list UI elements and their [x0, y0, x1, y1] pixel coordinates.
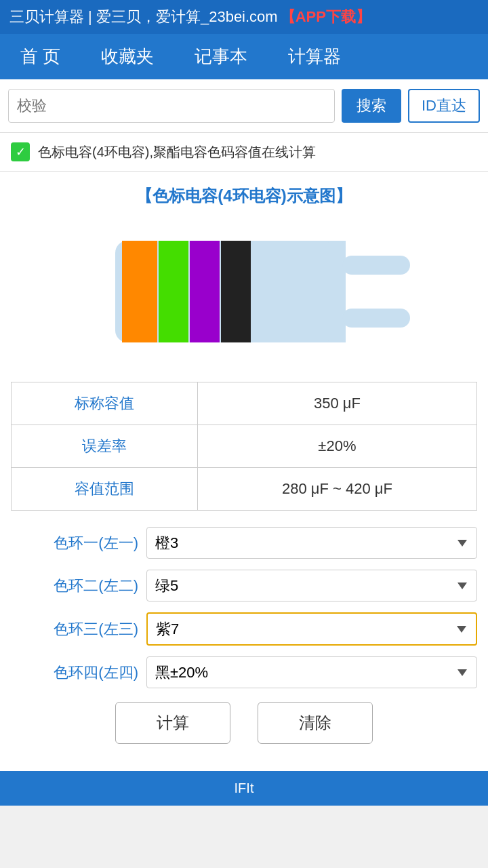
table-row: 标称容值350 μF	[12, 382, 477, 425]
checkbox-row: ✓ 色标电容(4环电容),聚酯电容色码容值在线计算	[0, 133, 488, 172]
nav-item-calculator[interactable]: 计算器	[268, 34, 361, 79]
svg-rect-7	[325, 241, 346, 342]
table-row: 容值范围280 μF ~ 420 μF	[12, 468, 477, 511]
selector-label-3: 色环四(左四)	[11, 663, 146, 683]
calculate-button[interactable]: 计算	[115, 702, 230, 744]
search-bar: 搜索 ID直达	[0, 79, 488, 133]
svg-rect-2	[122, 241, 136, 342]
selector-row-3: 色环四(左四)黑±20%棕±1%红±2%橙±3%黄±4%绿±5%蓝±0.25%紫…	[11, 656, 477, 688]
search-button[interactable]: 搜索	[342, 89, 401, 123]
table-cell-value: 280 μF ~ 420 μF	[197, 468, 476, 511]
svg-rect-8	[342, 256, 410, 275]
id-direct-button[interactable]: ID直达	[408, 89, 480, 123]
header-text: 三贝计算器 | 爱三贝，爱计算_23bei.com	[9, 7, 278, 27]
footer: IFIt	[0, 771, 488, 806]
selector-select-3[interactable]: 黑±20%棕±1%红±2%橙±3%黄±4%绿±5%蓝±0.25%紫±0.1%灰+…	[146, 656, 477, 688]
table-row: 误差率±20%	[12, 425, 477, 468]
nav-item-home[interactable]: 首 页	[0, 34, 81, 79]
svg-rect-5	[221, 241, 251, 342]
svg-rect-3	[159, 241, 188, 342]
selector-row-1: 色环二(左二)黑0棕1红2橙3黄4绿5蓝6紫7灰8白9	[11, 570, 477, 601]
checkbox-label: 色标电容(4环电容),聚酯电容色码容值在线计算	[38, 143, 316, 161]
table-cell-value: 350 μF	[197, 382, 476, 425]
svg-rect-9	[342, 309, 410, 328]
selector-label-2: 色环三(左三)	[11, 619, 146, 639]
selector-label-0: 色环一(左一)	[11, 533, 146, 553]
footer-text: IFIt	[235, 781, 254, 795]
selector-select-1[interactable]: 黑0棕1红2橙3黄4绿5蓝6紫7灰8白9	[146, 570, 477, 601]
selector-select-0[interactable]: 黑0棕1红2橙3黄4绿5蓝6紫7灰8白9	[146, 527, 477, 559]
table-cell-label: 容值范围	[12, 468, 198, 511]
selectors-container: 色环一(左一)黑0棕1红2橙3黄4绿5蓝6紫7灰8白9色环二(左二)黑0棕1红2…	[11, 527, 477, 688]
table-cell-value: ±20%	[197, 425, 476, 468]
selector-row-0: 色环一(左一)黑0棕1红2橙3黄4绿5蓝6紫7灰8白9	[11, 527, 477, 559]
capacitor-diagram	[11, 220, 477, 363]
search-input[interactable]	[8, 89, 335, 123]
nav-item-notes[interactable]: 记事本	[174, 34, 268, 79]
header-banner: 三贝计算器 | 爱三贝，爱计算_23bei.com 【APP下载】	[0, 0, 488, 34]
svg-rect-4	[190, 241, 220, 342]
table-cell-label: 误差率	[12, 425, 198, 468]
table-cell-label: 标称容值	[12, 382, 198, 425]
nav-item-favorites[interactable]: 收藏夹	[81, 34, 174, 79]
buttons-row: 计算 清除	[11, 702, 477, 744]
result-table: 标称容值350 μF误差率±20%容值范围280 μF ~ 420 μF	[11, 382, 477, 511]
clear-button[interactable]: 清除	[258, 702, 373, 744]
capacitor-svg	[75, 220, 413, 363]
diagram-title: 【色标电容(4环电容)示意图】	[11, 185, 477, 207]
selector-label-1: 色环二(左二)	[11, 576, 146, 596]
app-download-text[interactable]: 【APP下载】	[281, 7, 371, 27]
nav-bar: 首 页 收藏夹 记事本 计算器	[0, 34, 488, 79]
selector-row-2: 色环三(左三)黑0棕1红2橙3黄4绿5蓝6紫7灰8白9	[11, 612, 477, 646]
selector-select-2[interactable]: 黑0棕1红2橙3黄4绿5蓝6紫7灰8白9	[146, 612, 477, 646]
checkbox-icon[interactable]: ✓	[11, 142, 30, 161]
main-content: 【色标电容(4环电容)示意图】 标称容值350 μF误差率±20%容值范围2	[0, 172, 488, 771]
